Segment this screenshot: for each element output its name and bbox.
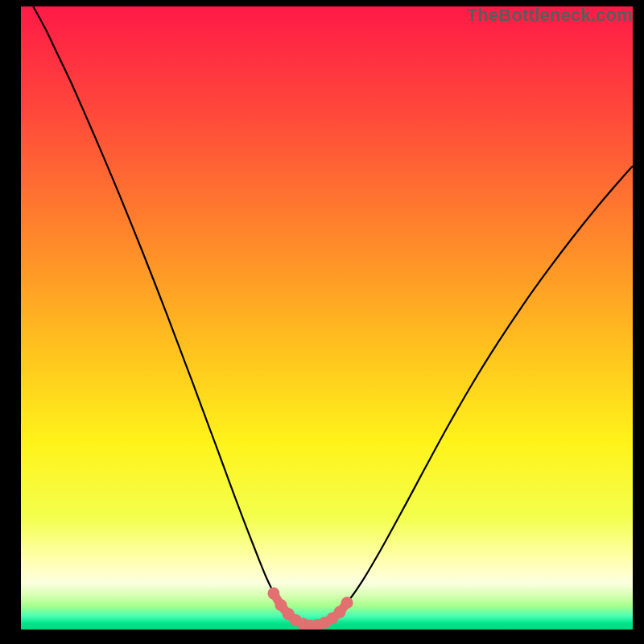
watermark-text: TheBottleneck.com [467, 5, 633, 26]
gradient-background [21, 6, 633, 630]
chart-frame: TheBottleneck.com [0, 0, 644, 644]
bottleneck-chart [21, 6, 633, 630]
valley-marker [341, 597, 353, 609]
valley-marker [267, 588, 279, 600]
